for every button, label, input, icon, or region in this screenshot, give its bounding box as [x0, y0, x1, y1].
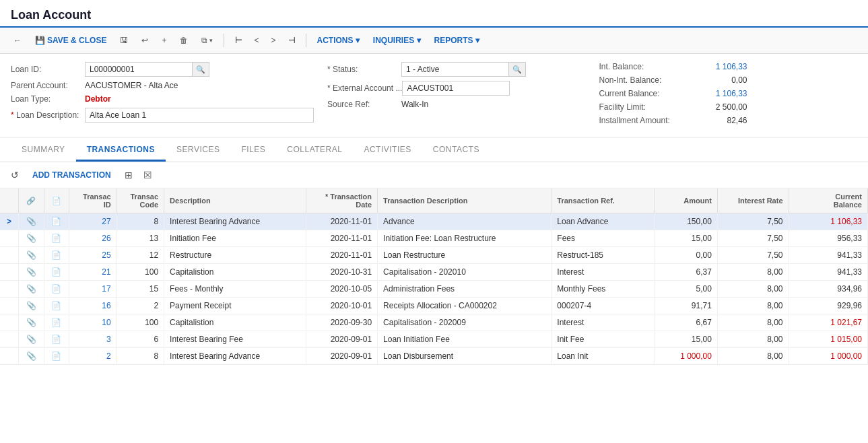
row-doc-icon[interactable]: 📄: [44, 247, 69, 264]
row-transac-code: 12: [116, 247, 164, 264]
table-row[interactable]: 📎📄36Interest Bearing Fee2020-09-01Loan I…: [0, 331, 868, 348]
document-icon: 📄: [51, 335, 61, 344]
external-account-input[interactable]: [402, 81, 510, 96]
row-transac-id[interactable]: 3: [69, 331, 116, 348]
last-record-button[interactable]: ⊣: [283, 33, 300, 48]
row-transac-id[interactable]: 26: [69, 230, 116, 247]
add-button[interactable]: +: [156, 33, 172, 48]
undo-button[interactable]: ↩: [136, 33, 154, 48]
status-input[interactable]: [401, 62, 509, 77]
actions-menu-button[interactable]: ACTIONS ▾: [312, 33, 365, 48]
row-doc-icon[interactable]: 📄: [44, 213, 69, 230]
row-transac-id[interactable]: 16: [69, 298, 116, 314]
row-amount: 15,00: [654, 230, 717, 247]
row-doc-icon[interactable]: 📄: [44, 314, 69, 331]
tab-contacts[interactable]: CONTACTS: [422, 138, 490, 162]
tab-services[interactable]: SERVICES: [166, 138, 230, 162]
tab-summary[interactable]: SUMMARY: [11, 138, 76, 162]
row-attach-icon[interactable]: 📎: [19, 264, 44, 281]
back-icon: ←: [13, 36, 22, 45]
table-row[interactable]: 📎📄28Interest Bearing Advance2020-09-01Lo…: [0, 348, 868, 365]
row-interest-rate: 8,00: [717, 281, 789, 298]
save-close-button[interactable]: 💾 SAVE & CLOSE: [30, 33, 112, 48]
table-row[interactable]: 📎📄1715Fees - Monthly2020-10-05Administra…: [0, 281, 868, 298]
reports-menu-button[interactable]: REPORTS ▾: [429, 33, 485, 48]
row-transac-id[interactable]: 27: [69, 213, 116, 230]
prev-record-button[interactable]: <: [248, 33, 264, 48]
copy-button[interactable]: ⧉ ▾: [196, 33, 218, 48]
row-doc-icon[interactable]: 📄: [44, 348, 69, 365]
row-current-balance: 941,33: [789, 247, 867, 264]
undo-icon: ↩: [141, 36, 148, 45]
table-row[interactable]: 📎📄2613Initiation Fee2020-11-01Initiation…: [0, 230, 868, 247]
row-transaction-ref: 000207-4: [552, 298, 655, 314]
row-doc-icon[interactable]: 📄: [44, 230, 69, 247]
row-transac-code: 100: [116, 264, 164, 281]
row-doc-icon[interactable]: 📄: [44, 298, 69, 314]
row-interest-rate: 8,00: [717, 298, 789, 314]
tab-files[interactable]: FILES: [230, 138, 276, 162]
row-transaction-description: Loan Disbursement: [378, 348, 552, 365]
back-button[interactable]: ←: [8, 33, 27, 48]
col-transac-code: TransacCode: [116, 189, 164, 213]
int-balance-label: Int. Balance:: [599, 62, 694, 71]
row-transac-id[interactable]: 25: [69, 247, 116, 264]
toolbar: ← 💾 SAVE & CLOSE 🖫 ↩ + 🗑 ⧉ ▾ ⊢ < > ⊣ ACT…: [0, 28, 868, 54]
row-attach-icon[interactable]: 📎: [19, 213, 44, 230]
row-description: Interest Bearing Advance: [164, 348, 306, 365]
fit-columns-button[interactable]: ⊞: [122, 168, 135, 182]
row-attach-icon[interactable]: 📎: [19, 331, 44, 348]
loan-id-search-button[interactable]: 🔍: [193, 62, 209, 77]
source-ref-value: Walk-In: [401, 100, 428, 109]
add-transaction-button[interactable]: ADD TRANSACTION: [27, 168, 116, 182]
document-icon: 📄: [51, 351, 61, 361]
form-middle: * Status: 🔍 * External Account ... Sourc…: [314, 62, 586, 129]
row-attach-icon[interactable]: 📎: [19, 314, 44, 331]
row-attach-icon[interactable]: 📎: [19, 298, 44, 314]
dropdown-arrow: ▾: [209, 37, 213, 44]
loan-description-input[interactable]: [85, 108, 314, 123]
col-interest-rate: Interest Rate: [717, 189, 789, 213]
row-current-balance: 1 000,00: [789, 348, 867, 365]
save-icon-button[interactable]: 🖫: [114, 33, 133, 48]
row-attach-icon[interactable]: 📎: [19, 281, 44, 298]
row-transaction-description: Capitalisation - 202009: [378, 314, 552, 331]
row-amount: 15,00: [654, 331, 717, 348]
tab-activities[interactable]: ACTIVITIES: [353, 138, 422, 162]
table-row[interactable]: >📎📄278Interest Bearing Advance2020-11-01…: [0, 213, 868, 230]
row-transac-id[interactable]: 21: [69, 264, 116, 281]
export-button[interactable]: ☒: [141, 168, 155, 182]
table-row[interactable]: 📎📄162Payment Receipt2020-10-01Receipts A…: [0, 298, 868, 314]
row-transaction-ref: Loan Init: [552, 348, 655, 365]
row-attach-icon[interactable]: 📎: [19, 348, 44, 365]
first-record-button[interactable]: ⊢: [230, 33, 247, 48]
loan-id-input[interactable]: [85, 62, 193, 77]
row-transaction-ref: Fees: [552, 230, 655, 247]
refresh-button[interactable]: ↺: [8, 168, 22, 182]
row-transac-id[interactable]: 17: [69, 281, 116, 298]
form-left: Loan ID: 🔍 Parent Account: AACUSTOMER - …: [11, 62, 314, 129]
row-transac-code: 8: [116, 213, 164, 230]
table-row[interactable]: 📎📄21100Capitalistion2020-10-31Capitalisa…: [0, 264, 868, 281]
tab-transactions[interactable]: TRANSACTIONS: [76, 138, 166, 162]
delete-button[interactable]: 🗑: [174, 33, 193, 48]
row-transac-id[interactable]: 2: [69, 348, 116, 365]
row-transac-code: 6: [116, 331, 164, 348]
table-row[interactable]: 📎📄2512Restructure2020-11-01Loan Restruct…: [0, 247, 868, 264]
table-row[interactable]: 📎📄10100Capitalistion2020-09-30Capitalisa…: [0, 314, 868, 331]
delete-icon: 🗑: [180, 36, 188, 45]
row-transac-id[interactable]: 10: [69, 314, 116, 331]
row-doc-icon[interactable]: 📄: [44, 281, 69, 298]
row-doc-icon[interactable]: 📄: [44, 331, 69, 348]
inquiries-menu-button[interactable]: INQUIRIES ▾: [368, 33, 426, 48]
facility-limit-value: 2 500,00: [694, 102, 747, 112]
col-amount: Amount: [654, 189, 717, 213]
row-attach-icon[interactable]: 📎: [19, 230, 44, 247]
row-attach-icon[interactable]: 📎: [19, 247, 44, 264]
status-search-button[interactable]: 🔍: [509, 62, 526, 77]
row-doc-icon[interactable]: 📄: [44, 264, 69, 281]
tab-collateral[interactable]: COLLATERAL: [276, 138, 353, 162]
row-interest-rate: 8,00: [717, 331, 789, 348]
next-record-button[interactable]: >: [266, 33, 281, 48]
int-balance-row: Int. Balance: 1 106,33: [599, 62, 858, 71]
